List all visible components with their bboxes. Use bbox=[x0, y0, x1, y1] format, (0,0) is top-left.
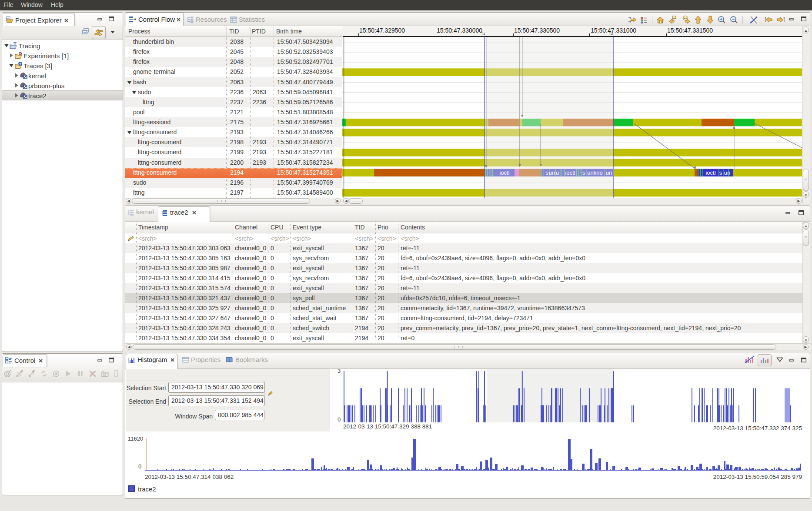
svg-text:un: un bbox=[724, 169, 730, 176]
svg-text:un: un bbox=[549, 169, 555, 176]
svg-text:s: s bbox=[545, 169, 548, 176]
svg-text:u: u bbox=[556, 169, 559, 176]
svg-text:ioctl: ioctl bbox=[705, 169, 715, 176]
svg-text:s: s bbox=[582, 169, 585, 176]
svg-text:s: s bbox=[719, 169, 722, 176]
svg-text:un: un bbox=[606, 169, 612, 176]
svg-text:unkno: unkno bbox=[587, 169, 602, 176]
svg-text:ioctl: ioctl bbox=[565, 169, 575, 176]
svg-text:ioctl: ioctl bbox=[499, 169, 509, 176]
